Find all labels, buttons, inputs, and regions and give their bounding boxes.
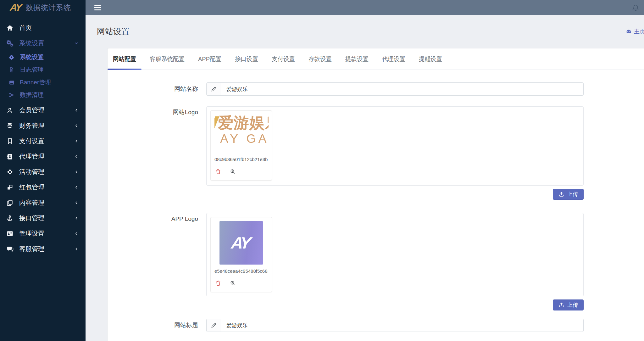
sidebar-subitem-data-cleanup[interactable]: 数据清理 [0,89,86,101]
clone-icon [4,184,15,191]
sidebar-toggle-button[interactable] [93,3,103,12]
sidebar-group-system-settings[interactable]: 系统设置 [0,36,86,51]
site-title-row: 网站标题 [108,319,644,332]
site-logo-filename: 08c9b36a01fb12cb21e3b... [214,157,268,162]
dashboard-icon [626,29,632,35]
trash-icon [215,168,221,175]
page-title: 网站设置 [97,26,130,37]
chevron-left-icon [74,216,79,221]
tab-reminder-settings[interactable]: 提醒设置 [414,48,447,70]
tab-payment-settings[interactable]: 支付设置 [266,48,300,70]
hamburger-icon [94,5,101,6]
main-area: 网站设置 主页 网站配置 客服系统配置 APP配置 接口设置 支付设置 存款设置… [86,0,644,341]
breadcrumb-label: 主页 [634,28,644,35]
tab-site-config[interactable]: 网站配置 [108,48,142,70]
preview-site-logo-button[interactable] [230,169,236,174]
app-root: AY 数据统计系统 首页 系统设置 系统设置 日志管理 [0,0,644,341]
sidebar-item-api-management[interactable]: 接口管理 [0,210,86,226]
system-settings-submenu: 系统设置 日志管理 Banner管理 数据清理 [0,51,86,101]
notifications-button[interactable] [632,4,640,12]
site-title-input[interactable] [221,319,583,332]
app-logo-row: APP Logo AY e5e48ceaa4c95488f5c68... [108,213,644,310]
sidebar-subitem-system-settings[interactable]: 系统设置 [0,51,86,64]
file-icon [7,67,16,73]
preview-app-logo-button[interactable] [230,280,236,286]
site-logo-image[interactable]: 爱游娱乐 AY GA [214,115,269,153]
site-title-label: 网站标题 [108,319,198,332]
trash-icon [215,280,221,286]
user-icon [4,107,15,114]
upload-app-logo-button[interactable]: 上传 [553,299,584,310]
app-logo-dropzone[interactable]: AY e5e48ceaa4c95488f5c68... [206,213,584,296]
database-icon [4,122,15,129]
site-name-input[interactable] [221,83,583,95]
delete-site-logo-button[interactable] [215,168,221,175]
tab-app-config[interactable]: APP配置 [193,48,227,70]
site-name-row: 网站名称 [108,82,644,96]
tab-withdrawal-settings[interactable]: 提款设置 [340,48,374,70]
scissors-icon [7,92,16,98]
sidebar-item-finance-management[interactable]: 财务管理 [0,118,86,133]
comments-icon [4,245,15,253]
sidebar-item-content-management[interactable]: 内容管理 [0,195,86,210]
sidebar-subitem-log-management[interactable]: 日志管理 [0,64,86,76]
sidebar-item-home[interactable]: 首页 [0,20,86,36]
sidebar-item-member-management[interactable]: 会员管理 [0,103,86,118]
site-logo-row: 网站Logo 爱游娱乐 AY GA 08c9b36a01fb12cb21e3b.… [108,106,644,200]
address-book-icon [4,153,15,160]
chevron-left-icon [74,200,79,205]
settings-card: 网站配置 客服系统配置 APP配置 接口设置 支付设置 存款设置 提款设置 代理… [108,48,644,341]
image-icon [7,80,16,86]
delete-app-logo-button[interactable] [215,280,221,286]
app-logo-image[interactable]: AY [219,221,263,265]
upload-icon [558,191,564,197]
chevron-left-icon [74,247,79,251]
upload-icon [558,302,564,308]
bookmark-icon [4,138,15,144]
chevron-left-icon [74,123,79,128]
zoom-in-icon [230,280,236,286]
sidebar-item-payment-settings[interactable]: 支付设置 [0,133,86,149]
site-name-label: 网站名称 [108,82,198,96]
anchor-icon [4,215,15,222]
chevron-left-icon [74,231,79,236]
pencil-icon [207,83,221,95]
chevron-left-icon [74,154,79,159]
sidebar-item-customer-service-management[interactable]: 客服管理 [0,241,86,257]
chevron-left-icon [74,139,79,143]
upload-site-logo-button[interactable]: 上传 [553,189,584,200]
content-area: 网站设置 主页 网站配置 客服系统配置 APP配置 接口设置 支付设置 存款设置… [86,15,644,341]
topbar [86,0,644,15]
brand-title: 数据统计系统 [26,3,71,13]
tab-agent-settings[interactable]: 代理设置 [377,48,411,70]
tab-deposit-settings[interactable]: 存款设置 [303,48,337,70]
site-logo-thumbnail-card: 爱游娱乐 AY GA 08c9b36a01fb12cb21e3b... [210,110,272,181]
chevron-left-icon [74,185,79,190]
site-logo-dropzone[interactable]: 爱游娱乐 AY GA 08c9b36a01fb12cb21e3b... [206,106,584,186]
home-icon [4,24,15,31]
cogs-icon [4,40,15,47]
brand-logo: AY [9,2,22,13]
brand[interactable]: AY 数据统计系统 [0,0,86,15]
app-logo-label: APP Logo [108,213,198,310]
copy-icon [4,199,15,206]
id-card-icon [4,230,15,237]
chevron-left-icon [74,170,79,174]
tab-customer-service-config[interactable]: 客服系统配置 [144,48,190,70]
pinwheel-icon [4,169,15,175]
breadcrumb-home-link[interactable]: 主页 [626,28,644,35]
sidebar: AY 数据统计系统 首页 系统设置 系统设置 日志管理 [0,0,86,341]
site-logo-label: 网站Logo [108,106,198,200]
chevron-left-icon [74,108,79,113]
sidebar-subitem-banner-management[interactable]: Banner管理 [0,76,86,89]
tab-api-settings[interactable]: 接口设置 [230,48,264,70]
chevron-down-icon [74,41,79,46]
sidebar-item-admin-settings[interactable]: 管理设置 [0,226,86,241]
app-logo-filename: e5e48ceaa4c95488f5c68... [214,268,268,274]
sidebar-item-redpacket-management[interactable]: 红包管理 [0,180,86,195]
sidebar-item-activity-management[interactable]: 活动管理 [0,164,86,180]
sidebar-item-agent-management[interactable]: 代理管理 [0,149,86,164]
bell-icon [632,4,640,12]
sidebar-nav: 首页 系统设置 系统设置 日志管理 Banner管理 [0,15,86,257]
zoom-in-icon [230,169,236,174]
